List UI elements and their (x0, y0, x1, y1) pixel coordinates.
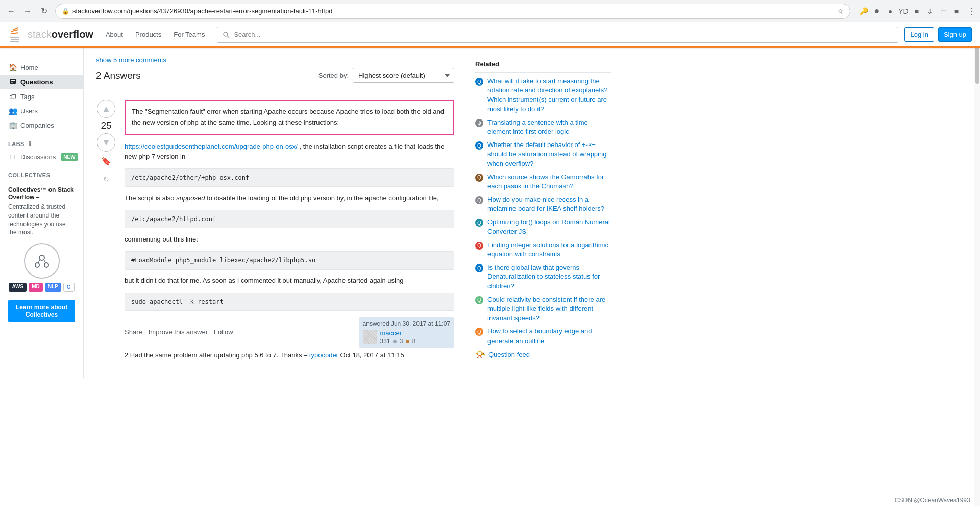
user-details: maccer 331 3 8 (380, 329, 416, 345)
svg-rect-0 (10, 37, 19, 38)
sidebar-item-discussions[interactable]: □ Discussions NEW (0, 150, 83, 164)
account-icon[interactable]: ● (872, 6, 882, 16)
code-block-1: /etc/apache2/other/+php-osx.conf (125, 168, 454, 187)
related-link-3[interactable]: Which source shows the Gamorrahs for eac… (487, 173, 611, 191)
related-link-8[interactable]: Could relativity be consistent if there … (487, 295, 611, 323)
address-bar[interactable]: 🔒 stackoverflow.com/questions/43726930/a… (55, 4, 850, 19)
reload-button[interactable]: ↻ (37, 4, 51, 18)
user-name[interactable]: maccer (380, 329, 416, 337)
collectives-graphic: AWS MD NLP G (8, 243, 75, 292)
related-link-1[interactable]: Translating a sentence with a time eleme… (487, 118, 611, 136)
svg-rect-7 (11, 80, 15, 81)
comment-time: Oct 18, 2017 at 11:15 (340, 351, 404, 359)
vote-count: 25 (101, 120, 111, 131)
users-icon: 👥 (8, 107, 17, 115)
sidebar-toggle-icon[interactable]: ▭ (938, 6, 948, 16)
related-icon-8: Q (475, 296, 483, 304)
nav-for-teams[interactable]: For Teams (167, 22, 211, 47)
code-block-4: sudo apachectl -k restart (125, 293, 454, 311)
search-input[interactable] (217, 27, 898, 43)
svg-rect-8 (11, 82, 13, 83)
svg-rect-2 (10, 41, 19, 42)
related-link-7[interactable]: Is there global law that governs Denatur… (487, 263, 611, 291)
related-item-8: Q Could relativity be consistent if ther… (475, 295, 611, 323)
browser-scrollbar[interactable] (974, 22, 980, 378)
related-icon-2: Q (475, 141, 483, 150)
downvote-button[interactable]: ▼ (97, 133, 115, 152)
sidebar-item-tags[interactable]: 🏷 Tags (0, 89, 83, 104)
learn-more-button[interactable]: Learn more about Collectives (8, 300, 75, 322)
commenter-link[interactable]: typocoder (309, 351, 338, 359)
sort-select[interactable]: Highest score (default) Date modified (n… (353, 68, 454, 83)
answer-body: The "Segmentation fault" error when star… (125, 100, 454, 362)
svg-rect-1 (11, 39, 19, 40)
forward-button[interactable]: → (20, 4, 35, 18)
browser-menu-button[interactable]: ⋮ (967, 6, 976, 17)
answer-external-link[interactable]: https://coolestguidesontheplanet.com/upg… (125, 142, 298, 150)
comment-item: 2 Had the same problem after updating ph… (125, 348, 454, 362)
sidebar-users-label: Users (20, 107, 38, 115)
bookmark-button[interactable]: 🔖 (99, 154, 113, 168)
companies-icon: 🏢 (8, 121, 17, 129)
star-icon[interactable]: ☆ (837, 7, 844, 15)
so-nav: About Products For Teams (100, 22, 211, 47)
improve-link[interactable]: Improve this answer (149, 328, 208, 336)
extension-icon[interactable]: ● (885, 6, 895, 16)
answer-item: ▲ 25 ▼ 🔖 ↻ The "Segmentation fault" erro… (96, 91, 454, 370)
sidebar-item-users[interactable]: 👥 Users (0, 104, 83, 118)
svg-line-13 (44, 260, 45, 263)
related-link-0[interactable]: What will it take to start measuring the… (487, 77, 611, 114)
login-button[interactable]: Log in (904, 27, 934, 42)
nav-about[interactable]: About (100, 22, 129, 47)
sidebar-tags-label: Tags (20, 93, 34, 101)
upvote-button[interactable]: ▲ (97, 100, 115, 118)
sidebar-item-questions[interactable]: Questions (0, 75, 83, 89)
badge-nlp: NLP (45, 283, 61, 292)
related-link-4[interactable]: How do you make nice recess in a melamin… (487, 195, 611, 213)
extension-icon3[interactable]: ■ (912, 6, 922, 16)
labs-section-label: LABS ℹ (0, 132, 83, 150)
history-button[interactable]: ↻ (99, 172, 113, 186)
extension-icon2[interactable]: YD (898, 6, 909, 16)
follow-link[interactable]: Follow (214, 328, 233, 336)
tab-icon[interactable]: ■ (951, 6, 962, 16)
collectives-section-label: COLLECTIVES (0, 164, 83, 180)
related-link-5[interactable]: Optimizing for() loops on Roman Numeral … (487, 218, 611, 236)
share-link[interactable]: Share (125, 328, 142, 336)
sidebar-home-label: Home (20, 64, 38, 71)
tags-icon: 🏷 (8, 92, 17, 101)
related-item-2: Q Whether the default behavior of +-×÷ s… (475, 140, 611, 168)
nav-products[interactable]: Products (129, 22, 167, 47)
badge-md: MD (29, 283, 43, 292)
related-link-6[interactable]: Finding integer solutions for a logarith… (487, 240, 611, 259)
related-link-9[interactable]: How to select a boundary edge and genera… (487, 327, 611, 345)
discussions-new-badge: NEW (61, 153, 78, 161)
show-more-comments-link[interactable]: show 5 more comments (96, 56, 454, 64)
back-button[interactable]: ← (4, 4, 18, 18)
related-item-6: Q Finding integer solutions for a logari… (475, 240, 611, 259)
download-icon[interactable]: ⇓ (925, 6, 935, 16)
lock-icon: 🔒 (62, 8, 69, 15)
key-icon[interactable]: 🔑 (859, 6, 869, 16)
answer-footer: Share Improve this answer Follow answere… (125, 317, 454, 348)
related-item-3: Q Which source shows the Gamorrahs for e… (475, 173, 611, 191)
sidebar-item-companies[interactable]: 🏢 Companies (0, 118, 83, 132)
svg-rect-3 (11, 32, 18, 34)
page-layout: 🏠 Home Questions 🏷 Tags 👥 Users 🏢 Compan… (0, 48, 980, 378)
related-title: Related (475, 56, 611, 73)
comment-text: Had the same problem after updating php … (130, 351, 307, 359)
related-icon-4: Q (475, 196, 483, 204)
browser-toolbar-icons: 🔑 ● ● YD ■ ⇓ ▭ ■ ⋮ (859, 6, 976, 17)
collectives-widget: Collectives™ on Stack Overflow – Central… (0, 180, 83, 328)
question-feed-link[interactable]: 📯 Question feed (475, 350, 611, 359)
main-content: show 5 more comments 2 Answers Sorted by… (84, 48, 467, 378)
code-block-3: #LoadModule php5_module libexec/apache2/… (125, 251, 454, 270)
related-item-7: Q Is there global law that governs Denat… (475, 263, 611, 291)
user-avatar (363, 330, 377, 344)
collectives-circle-icon (24, 243, 60, 279)
sidebar-discussions-label: Discussions (20, 153, 56, 161)
sidebar-item-home[interactable]: 🏠 Home (0, 60, 83, 75)
related-link-2[interactable]: Whether the default behavior of +-×÷ sho… (487, 140, 611, 168)
so-logo[interactable]: stackoverflow (8, 27, 93, 43)
signup-button[interactable]: Sign up (938, 27, 972, 42)
